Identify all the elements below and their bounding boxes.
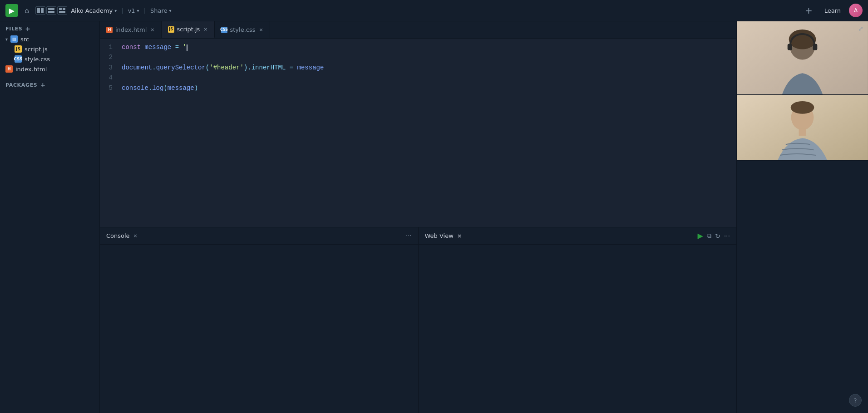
code-line-3: 3 document.querySelector('#header').inne… (100, 63, 736, 73)
webview-more-button[interactable]: ··· (724, 232, 730, 240)
bottom-panels: Console × ··· Web View × ▶ ⧉ ↻ ··· (100, 227, 736, 413)
tab-close-scriptjs[interactable]: × (203, 26, 207, 32)
html-file-icon: H (5, 65, 13, 73)
main-layout: FILES + ▾ ▤ src JS script.js CSS style.c… (0, 21, 868, 413)
code-editor[interactable]: 1 const message = ' 2 3 document.querySe… (100, 39, 736, 227)
folder-chevron-icon: ▾ (5, 37, 8, 42)
file-name: index.html (15, 66, 47, 73)
learn-button[interactable]: Learn (820, 5, 845, 16)
code-line-4: 4 (100, 73, 736, 83)
code-content: document.querySelector('#header').innerH… (120, 63, 736, 73)
tab-label: style.css (230, 26, 256, 33)
tab-scriptjs[interactable]: JS script.js × (162, 21, 215, 38)
webview-play-button[interactable]: ▶ (698, 231, 703, 240)
code-line-1: 1 const message = ' (100, 42, 736, 52)
tab-indexhtml[interactable]: H index.html × (100, 21, 162, 38)
css-tab-icon: CSS (221, 27, 227, 33)
editor-area: H index.html × JS script.js × CSS style.… (100, 21, 736, 413)
code-line-2: 2 (100, 52, 736, 62)
sidebar-item-scriptjs[interactable]: JS script.js (0, 44, 99, 54)
divider-1: | (121, 7, 123, 14)
line-number: 2 (100, 52, 120, 62)
sidebar: FILES + ▾ ▤ src JS script.js CSS style.c… (0, 21, 100, 413)
video-thumbnail-1[interactable] (737, 21, 868, 95)
svg-rect-11 (813, 44, 817, 50)
webview-panel: Web View × ▶ ⧉ ↻ ··· (419, 227, 737, 413)
layout-buttons (35, 6, 67, 15)
svg-rect-2 (48, 8, 54, 10)
share-button[interactable]: Share ▾ (150, 7, 172, 14)
webview-title: Web View (425, 232, 454, 239)
file-name: script.js (25, 46, 48, 53)
svg-point-14 (791, 101, 814, 114)
sidebar-item-indexhtml[interactable]: H index.html (0, 64, 99, 74)
js-tab-icon: JS (168, 26, 174, 33)
webview-action-buttons: ▶ ⧉ ↻ ··· (698, 231, 730, 240)
tab-label: script.js (177, 26, 200, 33)
files-section-header: FILES + (0, 21, 99, 34)
svg-rect-10 (788, 44, 792, 50)
project-selector[interactable]: Aiko Academy ▾ (71, 7, 117, 14)
svg-rect-3 (48, 11, 54, 13)
css-file-icon: CSS (15, 55, 22, 63)
svg-rect-4 (59, 8, 62, 10)
version-chevron-icon: ▾ (137, 8, 139, 13)
console-close-button[interactable]: × (133, 233, 138, 239)
divider-2: | (144, 7, 146, 14)
share-chevron-icon: ▾ (169, 8, 172, 13)
new-tab-button[interactable]: + (801, 5, 816, 16)
code-content: const message = ' (120, 42, 736, 52)
console-more-button[interactable]: ··· (406, 232, 411, 239)
console-panel: Console × ··· (100, 227, 419, 413)
file-name: style.css (25, 56, 50, 63)
layout-btn-1[interactable] (35, 6, 45, 15)
help-button[interactable]: ? (849, 394, 862, 407)
video-person-1 (737, 21, 868, 94)
tab-close-indexhtml[interactable]: × (150, 27, 154, 33)
console-body (100, 245, 418, 413)
add-file-button[interactable]: + (25, 25, 30, 32)
line-number: 1 (100, 42, 120, 52)
svg-rect-1 (41, 8, 44, 13)
layout-btn-2[interactable] (46, 6, 56, 15)
folder-icon: ▤ (10, 35, 18, 43)
line-number: 3 (100, 63, 120, 73)
console-title: Console (106, 232, 130, 239)
sidebar-item-stylecss[interactable]: CSS style.css (0, 54, 99, 64)
app-logo[interactable]: ▶ (5, 4, 18, 17)
console-panel-header: Console × ··· (100, 227, 418, 245)
webview-close-button[interactable]: × (457, 232, 462, 239)
packages-section-header: PACKAGES + (0, 78, 99, 90)
line-number: 5 (100, 83, 120, 93)
tab-label: index.html (115, 26, 147, 33)
tab-stylecss[interactable]: CSS style.css × (215, 21, 270, 38)
svg-rect-5 (63, 8, 65, 10)
topbar: ▶ ⌂ Aiko Academy ▾ | v1 ▾ | Share ▾ + Le… (0, 0, 868, 21)
video-thumbnail-2[interactable] (737, 95, 868, 161)
right-video-panel: ⤢ (736, 21, 868, 413)
webview-body (419, 245, 737, 413)
home-button[interactable]: ⌂ (22, 5, 32, 17)
tabs-bar: H index.html × JS script.js × CSS style.… (100, 21, 736, 39)
webview-copy-button[interactable]: ⧉ (707, 232, 711, 240)
version-selector[interactable]: v1 ▾ (128, 7, 139, 14)
webview-header: Web View × ▶ ⧉ ↻ ··· (419, 227, 737, 245)
project-chevron-icon: ▾ (114, 8, 117, 13)
add-package-button[interactable]: + (40, 81, 45, 88)
svg-rect-0 (37, 8, 40, 13)
js-file-icon: JS (15, 45, 22, 53)
avatar[interactable]: A (849, 4, 863, 17)
expand-panel-button[interactable]: ⤢ (858, 25, 863, 32)
code-line-5: 5 console.log(message) (100, 83, 736, 93)
src-folder[interactable]: ▾ ▤ src (0, 34, 99, 44)
layout-btn-3[interactable] (57, 6, 67, 15)
project-name: Aiko Academy (71, 7, 113, 14)
svg-rect-15 (799, 128, 806, 136)
folder-name: src (20, 36, 29, 43)
html-tab-icon: H (106, 27, 113, 33)
tab-close-stylecss[interactable]: × (259, 27, 263, 33)
svg-rect-6 (59, 11, 65, 13)
line-number: 4 (100, 73, 120, 83)
code-content: console.log(message) (120, 83, 736, 93)
webview-refresh-button[interactable]: ↻ (715, 232, 720, 240)
